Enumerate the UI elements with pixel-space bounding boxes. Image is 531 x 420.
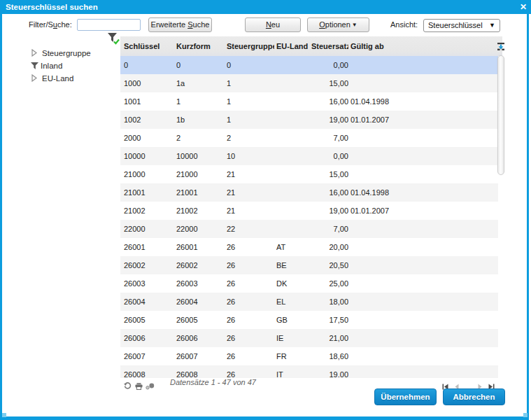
table-row[interactable]: 26002 26002 26 BE 20,50: [120, 256, 498, 274]
new-button[interactable]: Neu: [245, 18, 301, 32]
cell-gueltig-ab: [351, 329, 434, 347]
cell-schluessel: 2000: [124, 129, 174, 147]
label-text: Filter/S: [29, 20, 53, 29]
expander-collapsed-icon[interactable]: [31, 74, 38, 83]
table-row[interactable]: 26008 26008 26 IT 19.00: [120, 365, 498, 378]
cell-schluessel: 26002: [124, 256, 174, 274]
cell-schluessel: 26006: [124, 329, 174, 347]
cell-schluessel: 26007: [124, 347, 174, 365]
cell-steuersatz: 16,00: [311, 183, 348, 202]
button-text: Erweiterte: [151, 20, 188, 29]
cell-steuersatz: 20,00: [311, 238, 348, 256]
view-select-value: Steuerschlüssel: [428, 21, 483, 29]
cell-kurzform: 10000: [176, 147, 224, 165]
cell-steuersatz: 15,00: [311, 74, 348, 92]
cell-kurzform: 26008: [176, 365, 224, 378]
funnel-icon[interactable]: [31, 62, 38, 71]
cell-gueltig-ab: [351, 293, 434, 311]
options-button[interactable]: Optionen▼: [307, 18, 369, 32]
cell-steuergruppe: 22: [227, 220, 274, 238]
resize-grip-left[interactable]: [2, 413, 6, 417]
table-row[interactable]: 26001 26001 26 AT 20,00: [120, 238, 498, 256]
table-row[interactable]: 10000 10000 10 0,00: [120, 147, 498, 165]
filter-search-input[interactable]: [77, 19, 141, 31]
vertical-scrollbar-thumb[interactable]: [497, 55, 504, 175]
close-icon[interactable]: ✕: [518, 1, 529, 13]
cell-gueltig-ab: 01.01.2007: [351, 111, 434, 129]
cell-gueltig-ab: [351, 220, 434, 238]
cell-eu-land: FR: [276, 347, 309, 365]
column-config-icon[interactable]: [497, 41, 504, 53]
button-text: eu: [271, 20, 280, 29]
cell-steuersatz: 7,00: [311, 220, 348, 238]
results-table: Schlüssel Kurzform Steuergruppe EU-Land …: [120, 36, 502, 378]
table-row[interactable]: 26007 26007 26 FR 18,60: [120, 347, 498, 365]
table-row[interactable]: 1000 1a 1 15,00: [120, 74, 498, 92]
table-row[interactable]: 26005 26005 26 GB 17,50: [120, 311, 498, 329]
accelerator-letter: N: [266, 20, 271, 29]
cell-gueltig-ab: [351, 238, 434, 256]
table-row[interactable]: 1002 1b 1 19,00 01.01.2007: [120, 111, 498, 129]
print-icon[interactable]: [135, 380, 143, 393]
cell-eu-land: [276, 165, 309, 183]
table-row[interactable]: 21001 21001 21 16,00 01.04.1998: [120, 183, 498, 202]
column-header-gueltig-ab[interactable]: Gültig ab: [351, 36, 434, 56]
cell-gueltig-ab: [351, 165, 434, 183]
cell-steuergruppe: 21: [227, 165, 274, 183]
cell-schluessel: 1002: [124, 111, 174, 129]
cell-eu-land: [276, 129, 309, 147]
filter-active-icon[interactable]: [107, 33, 121, 48]
table-row[interactable]: 2000 2 2 7,00: [120, 129, 498, 147]
cell-steuergruppe: 26: [227, 347, 274, 365]
column-header-steuersatz[interactable]: Steuersatz: [311, 36, 348, 56]
cell-schluessel: 22000: [124, 220, 174, 238]
cell-gueltig-ab: [351, 74, 434, 92]
cell-steuersatz: 20,50: [311, 256, 348, 274]
table-row[interactable]: 26006 26006 26 IE 21,00: [120, 329, 498, 347]
cell-eu-land: [276, 183, 309, 202]
table-row[interactable]: 21000 21000 21 15,00: [120, 165, 498, 183]
cell-steuersatz: 17,50: [311, 311, 348, 329]
cancel-button[interactable]: Abbrechen: [443, 388, 505, 405]
cell-eu-land: [276, 111, 309, 129]
options-menu-arrow-icon: ▼: [352, 22, 357, 28]
table-row[interactable]: 1001 1 1 16,00 01.04.1998: [120, 92, 498, 111]
refresh-icon[interactable]: [124, 380, 132, 393]
table-row[interactable]: 26003 26003 26 DK 25,00: [120, 274, 498, 293]
cell-gueltig-ab: [351, 256, 434, 274]
cell-eu-land: [276, 74, 309, 92]
cell-steuergruppe: 26: [227, 256, 274, 274]
resize-grip-right[interactable]: [523, 413, 528, 417]
apply-button[interactable]: Übernehmen: [374, 388, 437, 405]
cell-steuersatz: 18,60: [311, 347, 348, 365]
view-select[interactable]: Steuerschlüssel ▼: [423, 19, 500, 32]
column-header-steuergruppe[interactable]: Steuergruppe: [227, 36, 274, 56]
cell-eu-land: IE: [276, 329, 309, 347]
table-body: 0 0 0 0,00 1000 1a 1 15,00 1001 1 1 16,0…: [120, 56, 498, 378]
cell-gueltig-ab: [351, 311, 434, 329]
cell-schluessel: 1001: [124, 92, 174, 111]
column-header-schluessel[interactable]: Schlüssel: [124, 36, 174, 56]
cell-gueltig-ab: [351, 56, 434, 74]
cell-kurzform: 26003: [176, 274, 224, 293]
button-text: ptionen: [325, 20, 351, 29]
table-row[interactable]: 21002 21002 21 19,00 01.01.2007: [120, 202, 498, 220]
cell-schluessel: 26004: [124, 293, 174, 311]
cell-kurzform: 1a: [176, 74, 224, 92]
table-row[interactable]: 22000 22000 22 7,00: [120, 220, 498, 238]
cell-schluessel: 0: [124, 56, 174, 74]
button-text: uche: [193, 20, 210, 29]
expander-collapsed-icon[interactable]: [31, 49, 38, 58]
column-header-kurzform[interactable]: Kurzform: [176, 36, 224, 56]
title-bar[interactable]: Steuerschlüssel suchen ✕: [0, 0, 531, 14]
advanced-search-button[interactable]: Erweiterte Suche: [148, 18, 212, 32]
cell-steuersatz: 16,00: [311, 92, 348, 111]
cell-schluessel: 10000: [124, 147, 174, 165]
column-header-eu-land[interactable]: EU-Land: [276, 36, 309, 56]
table-row[interactable]: 26004 26004 26 EL 18,00: [120, 293, 498, 311]
cell-steuersatz: 19.00: [311, 365, 348, 378]
dialog-border-bottom: [0, 416, 529, 420]
cell-eu-land: BE: [276, 256, 309, 274]
table-row[interactable]: 0 0 0 0,00: [120, 56, 498, 74]
records-icon[interactable]: [146, 380, 155, 393]
